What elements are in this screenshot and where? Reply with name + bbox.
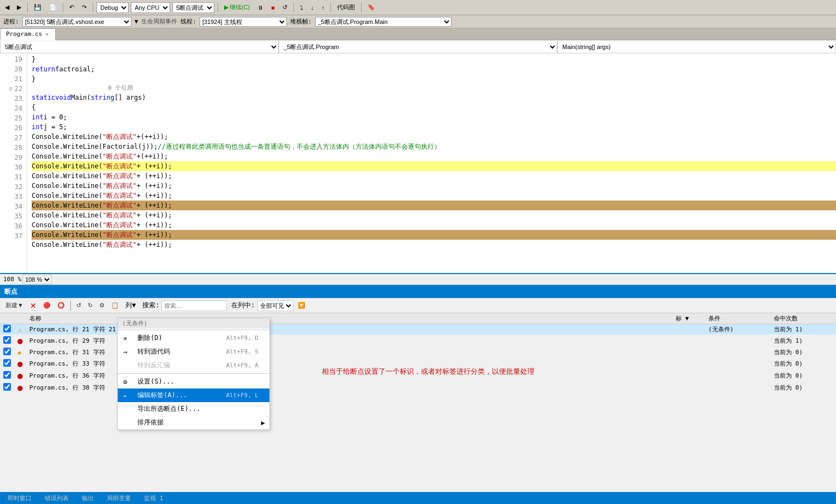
cm-goto-source[interactable]: → 转到源代码 Alt+F9, S [118, 345, 269, 359]
debug-dropdown[interactable]: Debug [97, 2, 129, 13]
status-tab-errors[interactable]: 错误列表 [41, 494, 72, 502]
cm-disasm-shortcut: Alt+F9, A [226, 362, 258, 369]
save-all-btn[interactable]: 📄 [46, 2, 59, 13]
export-btn[interactable]: 📋 [109, 301, 121, 310]
bp-icon2[interactable]: ⭕ [55, 301, 67, 310]
cm-source-label: 转到源代码 [137, 347, 170, 356]
source-icon: → [123, 348, 127, 356]
undo-btn[interactable]: ↶ [67, 2, 77, 13]
cm-disasm-label: 转到反汇编 [137, 361, 170, 370]
sep4 [218, 3, 218, 13]
cm-sort[interactable]: 排序依据 ▶ [118, 416, 269, 429]
redo-btn[interactable]: ↷ [79, 2, 89, 13]
status-tab-instant[interactable]: 即时窗口 [4, 494, 35, 502]
process-select[interactable]: [51320] 5断点调试.vshost.exe [22, 17, 131, 27]
context-menu: (无条件) ✕ 删除(D) Alt+F9, D → 转到源代码 Alt+F9, … [117, 318, 270, 430]
stop-btn[interactable]: ■ [268, 3, 278, 13]
enable-all-btn[interactable]: ↺ [74, 301, 83, 310]
pause-btn[interactable]: ⏸ [255, 3, 266, 13]
collapse-22[interactable]: ⊟ [9, 84, 13, 94]
code-line-29: Console.WriteLine("断点调试" + (++i)); [32, 161, 836, 171]
code-line-19: } [32, 54, 836, 64]
cm-settings-label: 设置(S)... [137, 377, 174, 386]
code-line-32: Console.WriteLine("断点调试" + (++i)); [32, 191, 836, 201]
line-30: 30 [4, 162, 22, 172]
zoom-select[interactable]: 108 % [22, 275, 52, 284]
restart-btn[interactable]: ↺ [280, 2, 290, 13]
cm-sep1 [118, 330, 269, 330]
thread-select[interactable]: [31924] 主线程 [200, 17, 287, 27]
line-35: 35 [4, 211, 22, 221]
disable-all-btn[interactable]: ↻ [86, 301, 95, 310]
target-dropdown[interactable]: 5断点调试 [172, 2, 214, 13]
sep5 [293, 3, 294, 13]
bp-icon1[interactable]: 🔴 [41, 301, 53, 310]
cm-delete[interactable]: ✕ 删除(D) Alt+F9, D [118, 331, 269, 345]
forward-btn[interactable]: ▶ [14, 2, 24, 13]
code-line-28: Console.WriteLine("断点调试"+(++i)); [32, 151, 836, 161]
bp-cond-3 [705, 347, 771, 358]
tab-close-btn[interactable]: ✕ [44, 31, 50, 37]
visible-select[interactable]: 全部可见 [257, 300, 293, 311]
settings-btn[interactable]: ⚙ [97, 301, 107, 310]
bp-red-icon-6: ● [17, 382, 23, 393]
program-tab[interactable]: Program.cs ✕ [0, 28, 56, 40]
panel-title: 断点 [4, 287, 17, 296]
continue-btn[interactable]: ▶继续(C) [221, 2, 252, 13]
cm-settings[interactable]: ⚙ 设置(S)... [118, 375, 269, 388]
filter-btn[interactable]: 🔽 [296, 301, 308, 310]
cm-sort-label: 排序依据 [137, 418, 164, 427]
bp-checkbox-3[interactable] [3, 348, 11, 355]
namespace-dropdown[interactable]: 5断点调试 [0, 41, 279, 53]
code-line-35: Console.WriteLine("断点调试" + (++i)); [32, 220, 836, 230]
line-numbers: 19 20 21 ⊟22 23 24 25 26 27 28 29 30 31 … [0, 53, 27, 273]
search-label: 搜索: [142, 301, 159, 310]
nav-bar: 5断点调试 _5断点调试.Program Main(string[] args) [0, 40, 836, 53]
process-label: 进程: [3, 17, 19, 26]
bp-warning-icon: ⚠ [17, 325, 22, 334]
line-36: 36 [4, 221, 22, 231]
bookmark-btn[interactable]: 🔖 [365, 2, 378, 13]
breakpoints-panel-area: 断点 新建▼ ✕ 🔴 ⭕ ↺ ↻ ⚙ 📋 列▼ 搜索: 在列中: 全部可见 🔽 … [0, 285, 836, 454]
bp-checkbox-6[interactable] [3, 383, 11, 391]
new-bp-btn[interactable]: 新建▼ [3, 300, 26, 311]
sep2 [63, 3, 63, 13]
cm-sep2 [118, 373, 269, 374]
bp-red-icon-2: ● [17, 336, 23, 346]
step-into-btn[interactable]: ↓ [308, 3, 317, 13]
code-map-btn[interactable]: 代码图 [334, 2, 358, 13]
zoom-level: 108 % [3, 276, 21, 283]
class-dropdown[interactable]: _5断点调试.Program [279, 41, 557, 53]
columns-label: 列▼ [125, 301, 136, 310]
line-21: 21 [4, 74, 22, 84]
cpu-dropdown[interactable]: Any CPU [131, 2, 170, 13]
stack-select[interactable]: _5断点调试.Program.Main [315, 17, 452, 27]
code-content[interactable]: } return factroial; } 0 个引用 static void … [27, 53, 836, 273]
step-out-btn[interactable]: ↑ [318, 3, 327, 13]
bp-red-icon-5: ● [17, 371, 23, 381]
status-tab-watch[interactable]: 监视 1 [141, 494, 166, 502]
settings-icon: ⚙ [123, 378, 127, 386]
step-over-btn[interactable]: ⤵ [297, 3, 306, 13]
code-line-37: Console.WriteLine("断点调试" + (++i)); [32, 240, 836, 250]
sep7 [361, 3, 362, 13]
bp-checkbox-4[interactable] [3, 359, 11, 367]
status-tab-locals[interactable]: 局部变量 [104, 494, 134, 502]
bp-cond-6 [705, 382, 771, 394]
cm-edit-shortcut: Alt+F9, L [226, 392, 258, 399]
code-line-34: Console.WriteLine("断点调试" + (++i)); [32, 210, 836, 220]
cm-export[interactable]: 导出所选断点(E)... [118, 402, 269, 416]
status-tab-output[interactable]: 输出 [79, 494, 97, 502]
bp-checkbox-2[interactable] [3, 336, 11, 344]
search-input[interactable] [161, 300, 227, 311]
delete-bp-btn[interactable]: ✕ [28, 300, 39, 311]
method-dropdown[interactable]: Main(string[] args) [557, 41, 836, 53]
save-btn[interactable]: 💾 [31, 2, 44, 13]
filter-icon: ▼ [135, 18, 139, 25]
back-btn[interactable]: ◀ [2, 2, 12, 13]
bp-checkbox-5[interactable] [3, 371, 11, 379]
code-line-21: } [32, 74, 836, 84]
cm-edit-label[interactable]: ✏ 编辑标签(A)... Alt+F9, L [118, 388, 269, 402]
status-bar: 即时窗口 错误列表 输出 局部变量 监视 1 [0, 492, 836, 504]
bp-checkbox-1[interactable] [3, 325, 11, 332]
